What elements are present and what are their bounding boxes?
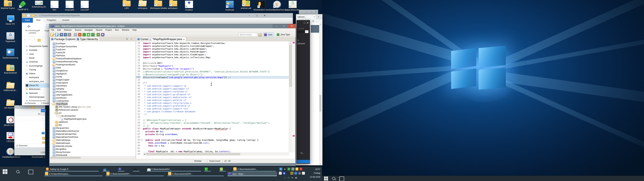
maximize-button[interactable]: □ [280, 24, 288, 28]
explorer-window-small[interactable]: Datei An ← 12 Elemente 1.197... [14, 105, 45, 155]
desktop-icon-systemsteuerung[interactable]: Systemsteuerung [2, 48, 18, 59]
checkbox-icon[interactable]: ✓ [27, 14, 30, 17]
vertical-scrollbar[interactable]: ▲ [289, 41, 292, 152]
collapsed-arrow-icon[interactable]: › [53, 124, 55, 126]
background-window-titlebar[interactable]: – □ ✕ [299, 10, 318, 14]
maximize-button[interactable]: □ [304, 21, 306, 24]
ribbon-tab-freigeben[interactable]: Freigeben [44, 18, 59, 22]
tree-item-milightbox[interactable]: MiLightBox [50, 148, 136, 151]
explorer-b-datei-tab[interactable]: Datei [41, 109, 46, 112]
overview-ruler[interactable] [292, 41, 295, 152]
menu-refactor[interactable]: Refactor [62, 28, 73, 32]
desktop-icon-testprojekt[interactable]: ↖testprojekt [62, 1, 78, 11]
maximize-button[interactable]: □ [311, 10, 312, 12]
task-view-button[interactable] [340, 176, 344, 181]
perspective-java-button[interactable]: Java [263, 32, 274, 37]
toolbar-icon-8[interactable]: ▣ [87, 33, 90, 36]
tree-horizontal-scrollbar[interactable] [50, 156, 136, 159]
expanded-arrow-icon[interactable]: ▾ [53, 112, 55, 114]
hamburger-menu-icon[interactable]: ≡ [312, 20, 314, 22]
task-view-button[interactable] [28, 170, 33, 174]
toolbar-icon-7[interactable]: ↓ [82, 33, 86, 36]
tree-item-referenced-libraries[interactable]: ›Referenced Libraries [50, 108, 136, 112]
window-controls[interactable]: –□✕ [272, 24, 296, 28]
desktop-icon-papierkorb[interactable]: Papierkorb [2, 32, 18, 42]
close-button[interactable]: ✕ [261, 13, 268, 18]
taskbar-button-e-basic4android3-pr-[interactable]: E:\Basic4android3\Pr... [105, 172, 164, 176]
taskbar-button[interactable] [219, 167, 226, 172]
tree-item-mapripplewrapper-java[interactable]: ›MapRippleWrapper.java [50, 118, 136, 120]
tree-item-marqueeview[interactable]: MarqueeView [50, 126, 136, 130]
desktop-icon-rgenerator2-exe[interactable]: ↖RGenerator2.exe [253, 1, 269, 11]
chevron-down-icon[interactable]: ▾ [36, 15, 36, 16]
toolbar-icon-11[interactable]: ✱ [101, 33, 104, 36]
taskbar-button[interactable] [118, 167, 125, 172]
tree-item-materialbarcodescanner[interactable]: MaterialBarcodeScanner [50, 130, 136, 132]
firefox-tab[interactable]: ndOverl... ✕ [296, 15, 316, 19]
tree-item-highlightjs[interactable]: HighlightJS [50, 72, 136, 75]
open-perspective-icon[interactable] [258, 33, 262, 36]
toolbar-icon-6[interactable]: ● [78, 33, 82, 36]
desktop-icon-carsudp[interactable]: ↖CarsUDP [77, 1, 93, 11]
chevron-down-icon[interactable]: ▾ [54, 34, 54, 35]
window-controls[interactable]: –□✕ [245, 13, 268, 18]
desktop-icon-dieser-pc[interactable]: Dieser PC [2, 15, 18, 25]
menu-search[interactable]: Search [94, 28, 104, 32]
scroll-thumb[interactable] [146, 153, 240, 155]
desktop-icon-additionallibr-[interactable]: AdditionalLibr... [2, 83, 18, 92]
tree-item-loadingviews[interactable]: LoadingViews [50, 100, 136, 102]
chevron-down-icon[interactable]: ▾ [104, 34, 105, 35]
collapsed-arrow-icon[interactable]: › [59, 118, 60, 120]
scroll-left-icon[interactable]: ◀ [143, 153, 146, 156]
tree-item-intentshare[interactable]: IntentShare [50, 84, 136, 87]
desktop-icon-flashfxp-5[interactable]: ↖FlashFXP 5 [15, 1, 31, 11]
toolbar-icon-3[interactable]: ≡ [64, 33, 67, 36]
ribbon-tab-ansicht[interactable]: Ansicht [59, 18, 72, 22]
minimize-view-icon[interactable]: ⊟ [126, 38, 128, 40]
link-editor-icon[interactable]: ⇆ [130, 38, 133, 40]
tree-item-materialcalendarview[interactable]: MaterialCalendarView [50, 132, 136, 136]
tab-type-hierarchy[interactable]: Type Hierarchy [76, 37, 100, 41]
menu-help[interactable]: Help [131, 28, 138, 32]
panel-search-input[interactable] [297, 30, 305, 33]
tray-icon[interactable]: ♻ [287, 176, 290, 179]
tree-item-jellytogglebutton[interactable]: JellyToggleButton [50, 93, 136, 96]
tree-item-imagecropper[interactable]: ImageCropper [50, 78, 136, 81]
scroll-up-icon[interactable]: ▲ [320, 24, 321, 25]
tree-item-iconify[interactable]: Iconify [50, 75, 136, 78]
taskbar-button[interactable]: ⇄ [102, 167, 110, 172]
search-button[interactable] [16, 170, 20, 174]
panel-toolbar[interactable]: ⁘ ▾ ⊤ ✕ [297, 28, 304, 30]
tree-item-googledrive[interactable]: GoogleDrive [50, 69, 136, 72]
tray-icon[interactable]: ◉ [284, 168, 286, 170]
tree-item-firebaseremoteconfig[interactable]: FirebaseRemoteConfig [50, 60, 136, 63]
tree-item-fastgcm[interactable]: FastGCM [50, 51, 136, 54]
minimize-button[interactable]: – [306, 10, 307, 12]
tree-item-firebaserealtimedatabase[interactable]: ›⚠FirebaseRealtimeDatabase [50, 57, 136, 60]
maximize-button[interactable]: □ [253, 13, 261, 18]
tray-icon[interactable]: ➘ [286, 172, 290, 175]
desktop-icon-donmanfredtool-exe[interactable]: ↖DonManfredTool.exe [269, 1, 285, 11]
collapsed-arrow-icon[interactable]: › [53, 108, 55, 112]
menu-run[interactable]: Run [113, 28, 120, 32]
menu-project[interactable]: Project [104, 28, 114, 32]
forward-icon[interactable]: → [28, 38, 30, 41]
tray-icon[interactable] [296, 168, 298, 170]
tab-mapripplewrapper[interactable]: J *MapRippleWrapper.java⊠ [148, 37, 186, 41]
menu-source[interactable]: Source [73, 28, 83, 32]
error-marker[interactable] [293, 135, 295, 136]
tree-item-iodisplay[interactable]: iodisplay [50, 87, 136, 90]
folder-icon[interactable] [22, 14, 26, 17]
back-icon[interactable]: ← [41, 116, 44, 119]
tree-item-materialdialogs[interactable]: ›⚠MaterialDialogs [50, 138, 136, 142]
desktop-icon-b4a[interactable]: ↖B4A [46, 1, 62, 11]
quick-access-input[interactable]: Quick Access [238, 33, 257, 36]
tree-item-filepicker[interactable]: FilePicker [50, 54, 136, 57]
desktop-icon-manfred-ssykor[interactable]: Manfred Ssykor [0, 1, 16, 10]
tray-icon[interactable]: ✔ [288, 168, 290, 170]
tree-item-jre-system-library[interactable]: ›JRE System Library [jre1.8.0_101] [50, 106, 136, 108]
tray-icon[interactable]: ◀) [294, 176, 297, 179]
desktop-icon-libs[interactable]: ↖LIBS [118, 1, 135, 10]
toolbar-icon-10[interactable]: ʘ [96, 33, 100, 36]
perspective-java-type-hierarchy-button[interactable]: Java Type Hierarchy [276, 32, 296, 36]
